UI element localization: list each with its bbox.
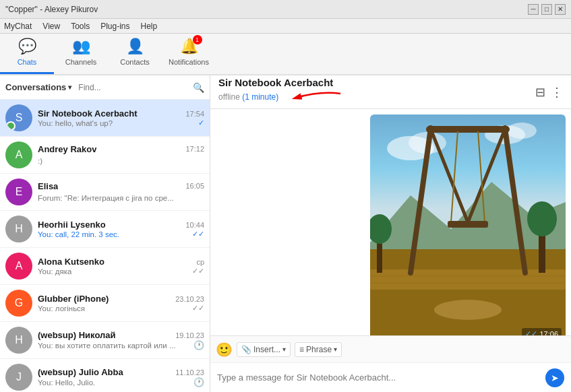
minimize-button[interactable]: ─ (528, 4, 539, 15)
insert-chevron-icon: ▾ (282, 346, 286, 353)
phrase-button[interactable]: ≡ Phrase ▾ (295, 342, 342, 357)
avatar: E (5, 178, 32, 205)
menu-tools[interactable]: Tools (69, 22, 91, 31)
list-item[interactable]: E Elisa 16:05 Forum: "Re: Интеграция с j… (0, 174, 210, 211)
sidebar: Conversations ▾ 🔍 S Sir Notebook Acerbac… (0, 75, 210, 392)
message-timestamp: ✓✓ 17:06 (522, 328, 562, 335)
list-item[interactable]: J (websup) Julio Abba 11.10.23 You: Hell… (0, 359, 210, 392)
conv-info: (websup) Julio Abba 11.10.23 You: Hello,… (38, 367, 204, 387)
tab-notifications[interactable]: 🔔 1 Notifications (162, 34, 216, 74)
chat-toolbar: 🙂 📎 Insert... ▾ ≡ Phrase ▾ (210, 335, 571, 362)
list-item[interactable]: H Heorhii Lysenko 10:44 You: call, 22 mi… (0, 211, 210, 248)
avatar: A (5, 141, 32, 168)
insert-button[interactable]: 📎 Insert... ▾ (237, 342, 291, 357)
chat-area: Sir Notebook Acerbacht offline (1 minute… (210, 75, 571, 392)
titlebar-title: "Copper" - Alexey Pikurov (5, 5, 98, 14)
conv-name: Alona Kutsenko (38, 257, 104, 267)
chat-contact-name: Sir Notebook Acerbacht (218, 77, 535, 88)
tab-contacts[interactable]: 👤 Contacts (108, 34, 162, 74)
avatar: H (5, 216, 32, 242)
list-item[interactable]: Н (websup) Николай 19.10.23 You: вы хоти… (0, 322, 210, 359)
conv-preview: You: вы хотите оплатить картой или ... (38, 341, 175, 350)
conv-info: Andrey Rakov 17:12 :) (38, 144, 204, 166)
paperclip-icon: 📎 (241, 345, 251, 354)
tab-chats-label: Chats (18, 58, 37, 66)
sidebar-header: Conversations ▾ 🔍 (0, 75, 210, 100)
titlebar-controls: ─ □ ✕ (528, 4, 566, 15)
conv-info: Heorhii Lysenko 10:44 You: call, 22 min.… (38, 220, 204, 238)
send-icon: ➤ (551, 372, 559, 383)
more-options-icon[interactable]: ⋮ (551, 85, 563, 100)
nav-tabs: 💬 Chats 👥 Channels 👤 Contacts 🔔 1 Notifi… (0, 34, 571, 75)
chat-header-actions: ⊟ ⋮ (535, 85, 563, 100)
conv-name: (websup) Julio Abba (38, 367, 123, 377)
conversations-label: Conversations ▾ (5, 82, 71, 92)
conv-preview: You: дяка (38, 267, 71, 275)
chat-header-info: Sir Notebook Acerbacht offline (1 minute… (218, 77, 535, 107)
tab-channels[interactable]: 👥 Channels (54, 34, 108, 74)
chats-icon: 💬 (18, 38, 36, 55)
conv-time: 17:12 (185, 145, 204, 153)
emoji-button[interactable]: 🙂 (216, 341, 233, 358)
svg-rect-18 (448, 221, 488, 228)
conv-preview: Forum: "Re: Интеграция с jira по сре... (38, 194, 174, 202)
list-item[interactable]: A Alona Kutsenko ср You: дяка ✓✓ (0, 248, 210, 285)
menubar: MyChat View Tools Plug-ins Help (0, 19, 571, 34)
menu-mychat[interactable]: MyChat (3, 22, 33, 31)
conv-name: Glubber (iPhone) (38, 294, 109, 304)
close-button[interactable]: ✕ (555, 4, 566, 15)
conv-preview: :) (38, 157, 42, 165)
phrase-chevron-icon: ▾ (334, 346, 337, 353)
conv-info: Alona Kutsenko ср You: дяка ✓✓ (38, 257, 204, 275)
conv-name: Andrey Rakov (38, 144, 96, 154)
double-check-icon: ✓✓ (192, 267, 204, 275)
channels-icon: 👥 (72, 38, 90, 55)
maximize-button[interactable]: □ (541, 4, 552, 15)
conv-time: 23.10.23 (175, 295, 204, 303)
list-item[interactable]: G Glubber (iPhone) 23.10.23 You: логіньc… (0, 285, 210, 322)
conv-preview: You: логіньcя (38, 304, 85, 313)
tab-notifications-label: Notifications (169, 58, 209, 66)
avatar: J (5, 364, 32, 391)
send-button[interactable]: ➤ (545, 368, 564, 387)
image-message-wrapper: ✓✓ 17:06 (370, 115, 566, 335)
conv-time: 17:54 (185, 110, 204, 118)
svg-point-22 (527, 201, 557, 236)
chat-header: Sir Notebook Acerbacht offline (1 minute… (210, 75, 571, 109)
avatar: A (5, 253, 32, 280)
double-check-icon: ✓✓ (192, 304, 204, 313)
menu-view[interactable]: View (41, 22, 61, 31)
titlebar: "Copper" - Alexey Pikurov ─ □ ✕ (0, 0, 571, 19)
avatar: S (5, 104, 32, 131)
phrase-icon: ≡ (299, 345, 304, 354)
chat-messages: ✓✓ 17:06 (210, 109, 571, 335)
conv-name: Elisa (38, 181, 58, 191)
main-layout: Conversations ▾ 🔍 S Sir Notebook Acerbac… (0, 75, 571, 392)
search-input[interactable] (78, 83, 190, 92)
read-check-icon: ✓ (198, 119, 204, 127)
clock-icon: 🕐 (193, 340, 204, 350)
svg-rect-7 (370, 249, 566, 335)
menu-help[interactable]: Help (140, 22, 159, 31)
svg-point-23 (434, 300, 502, 320)
conv-info: Elisa 16:05 Forum: "Re: Интеграция с jir… (38, 181, 204, 203)
conv-name: Sir Notebook Acerbacht (38, 108, 138, 119)
split-view-icon[interactable]: ⊟ (535, 85, 545, 100)
search-icon[interactable]: 🔍 (193, 82, 204, 93)
svg-rect-8 (370, 269, 566, 290)
svg-point-5 (507, 123, 537, 139)
read-icon: ✓✓ (525, 329, 537, 335)
message-input[interactable] (217, 372, 540, 383)
conv-name: Heorhii Lysenko (38, 220, 106, 230)
conversations-list: S Sir Notebook Acerbacht 17:54 You: hell… (0, 100, 210, 392)
double-check-icon: ✓✓ (192, 230, 204, 238)
message-image (370, 115, 566, 335)
tab-chats[interactable]: 💬 Chats (0, 34, 54, 74)
conv-time: ср (196, 258, 204, 266)
conv-preview: You: hello, what's up? (38, 119, 113, 127)
list-item[interactable]: A Andrey Rakov 17:12 :) (0, 137, 210, 174)
list-item[interactable]: S Sir Notebook Acerbacht 17:54 You: hell… (0, 100, 210, 137)
menu-plugins[interactable]: Plug-ins (99, 22, 131, 31)
clock-icon: 🕐 (193, 377, 204, 387)
conv-info: (websup) Николай 19.10.23 You: вы хотите… (38, 330, 204, 350)
